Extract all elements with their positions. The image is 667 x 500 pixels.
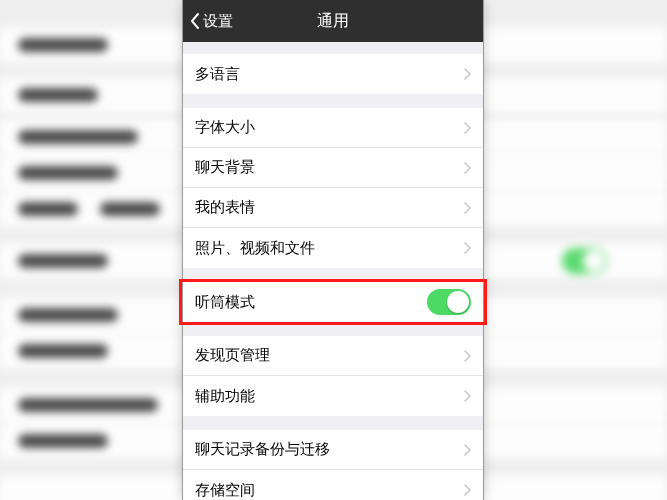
settings-cell[interactable]: 我的表情 xyxy=(183,188,483,228)
nav-bar: 设置 通用 xyxy=(183,0,483,42)
cell-label: 辅助功能 xyxy=(195,387,463,406)
settings-cell[interactable]: 听筒模式 xyxy=(183,282,483,322)
chevron-right-icon xyxy=(463,202,471,214)
cell-label: 听筒模式 xyxy=(195,293,427,312)
settings-group: 聊天记录备份与迁移存储空间 xyxy=(183,430,483,500)
cell-label: 我的表情 xyxy=(195,198,463,217)
settings-cell[interactable]: 存储空间 xyxy=(183,470,483,500)
cell-label: 字体大小 xyxy=(195,118,463,137)
chevron-left-icon xyxy=(189,12,201,30)
settings-cell[interactable]: 聊天背景 xyxy=(183,148,483,188)
settings-cell[interactable]: 聊天记录备份与迁移 xyxy=(183,430,483,470)
settings-group: 字体大小聊天背景我的表情照片、视频和文件 xyxy=(183,108,483,268)
back-label: 设置 xyxy=(203,12,233,31)
settings-cell[interactable]: 照片、视频和文件 xyxy=(183,228,483,268)
chevron-right-icon xyxy=(463,390,471,402)
settings-list: 多语言字体大小聊天背景我的表情照片、视频和文件听筒模式发现页管理辅助功能聊天记录… xyxy=(183,54,483,500)
settings-cell[interactable]: 多语言 xyxy=(183,54,483,94)
cell-label: 存储空间 xyxy=(195,481,463,500)
settings-cell[interactable]: 字体大小 xyxy=(183,108,483,148)
back-button[interactable]: 设置 xyxy=(183,12,233,31)
chevron-right-icon xyxy=(463,162,471,174)
chevron-right-icon xyxy=(463,122,471,134)
cell-label: 聊天背景 xyxy=(195,158,463,177)
chevron-right-icon xyxy=(463,242,471,254)
chevron-right-icon xyxy=(463,484,471,496)
cell-label: 聊天记录备份与迁移 xyxy=(195,440,463,459)
cell-label: 照片、视频和文件 xyxy=(195,239,463,258)
settings-group: 发现页管理辅助功能 xyxy=(183,336,483,416)
chevron-right-icon xyxy=(463,444,471,456)
settings-group: 听筒模式 xyxy=(183,282,483,322)
chevron-right-icon xyxy=(463,350,471,362)
settings-cell[interactable]: 发现页管理 xyxy=(183,336,483,376)
cell-label: 多语言 xyxy=(195,65,463,84)
toggle-switch[interactable] xyxy=(427,289,471,315)
settings-group: 多语言 xyxy=(183,54,483,94)
chevron-right-icon xyxy=(463,68,471,80)
cell-label: 发现页管理 xyxy=(195,346,463,365)
phone-settings-panel: 设置 通用 多语言字体大小聊天背景我的表情照片、视频和文件听筒模式发现页管理辅助… xyxy=(183,0,483,500)
settings-cell[interactable]: 辅助功能 xyxy=(183,376,483,416)
